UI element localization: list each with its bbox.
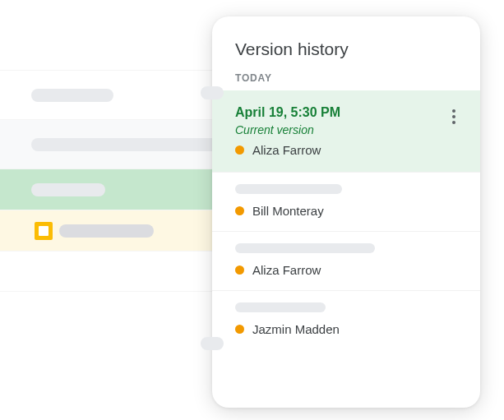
- version-entry-current[interactable]: April 19, 5:30 PM Current version Aliza …: [212, 90, 480, 173]
- editor-dot-icon: [235, 325, 244, 334]
- version-editor: Bill Monteray: [235, 204, 457, 218]
- doc-row-highlight-green: [0, 168, 218, 210]
- editor-dot-icon: [235, 206, 244, 215]
- version-editor: Jazmin Madden: [235, 322, 457, 336]
- panel-title: Version history: [212, 16, 480, 67]
- doc-row-highlight-yellow: [0, 210, 218, 251]
- doc-row-empty: [0, 251, 218, 292]
- version-editor: Aliza Farrow: [235, 143, 457, 157]
- editor-name: Aliza Farrow: [252, 263, 321, 277]
- version-timestamp-placeholder: [235, 302, 326, 312]
- doc-row-wide: [0, 119, 218, 168]
- version-timestamp: April 19, 5:30 PM: [235, 105, 457, 120]
- version-editor: Aliza Farrow: [235, 263, 457, 277]
- editor-name: Aliza Farrow: [252, 143, 321, 157]
- slides-icon: [35, 222, 53, 240]
- editor-dot-icon: [235, 145, 244, 155]
- editor-name: Bill Monteray: [252, 204, 324, 218]
- version-entry[interactable]: Bill Monteray: [212, 173, 480, 232]
- version-entry[interactable]: Aliza Farrow: [212, 232, 480, 291]
- version-timestamp-placeholder: [235, 243, 375, 253]
- section-label-today: TODAY: [212, 67, 480, 90]
- background-document: [0, 70, 218, 292]
- version-subtitle: Current version: [235, 123, 457, 136]
- editor-dot-icon: [235, 265, 244, 275]
- doc-row: [0, 70, 218, 119]
- editor-name: Jazmin Madden: [252, 322, 340, 336]
- version-timestamp-placeholder: [235, 184, 342, 194]
- version-history-panel: Version history TODAY April 19, 5:30 PM …: [212, 16, 480, 408]
- version-entry[interactable]: Jazmin Madden: [212, 291, 480, 349]
- more-options-icon[interactable]: [444, 107, 464, 127]
